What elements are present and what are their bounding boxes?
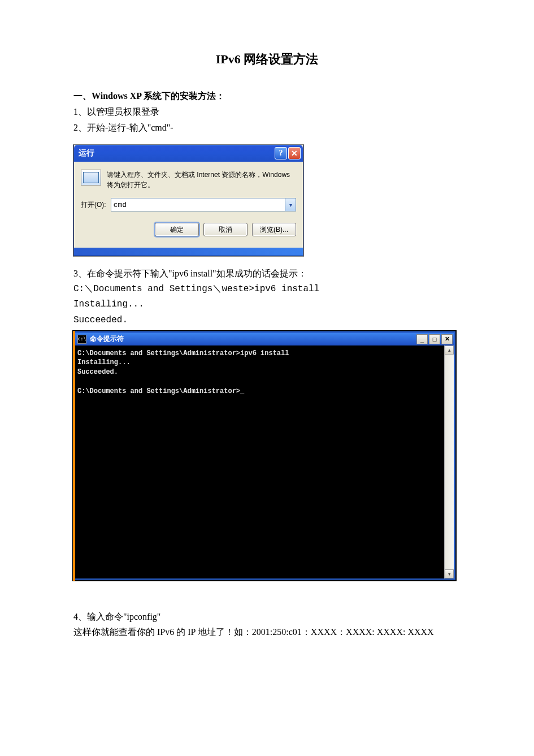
open-input[interactable]	[111, 198, 285, 211]
step-1: 1、以管理员权限登录	[73, 105, 461, 119]
help-button[interactable]: ?	[275, 147, 287, 159]
section-heading-xp: 一、Windows XP 系统下的安装方法：	[73, 90, 461, 102]
cmd-titlebar[interactable]: c:\ 命令提示符 _ □ ✕	[75, 333, 454, 345]
command-prompt-window: c:\ 命令提示符 _ □ ✕ C:\Documents and Setting…	[73, 331, 461, 580]
step-3-output-2: Installing...	[73, 297, 461, 312]
scroll-up-icon[interactable]: ▴	[445, 345, 454, 355]
run-dialog: 运行 ? ✕ 请键入程序、文件夹、文档或 Internet 资源的名称，Wind…	[73, 145, 303, 256]
step-3-output-3: Succeeded.	[73, 313, 461, 328]
step-3: 3、在命令提示符下输入"ipv6 install"如果成功的话会提示：	[73, 266, 461, 281]
cmd-window-icon: c:\	[77, 335, 86, 344]
chevron-down-icon[interactable]: ▾	[285, 198, 296, 211]
cmd-scrollbar[interactable]: ▴ ▾	[444, 345, 454, 578]
minimize-button[interactable]: _	[416, 334, 428, 344]
step-4b: 这样你就能查看你的 IPv6 的 IP 地址了！如：2001:250:c01：X…	[73, 625, 461, 640]
document-title: IPv6 网络设置方法	[73, 51, 461, 68]
step-4a: 4、输入命令"ipconfig"	[73, 610, 461, 624]
scroll-track[interactable]	[445, 355, 454, 569]
open-label: 打开(O):	[81, 200, 106, 210]
run-dialog-description: 请键入程序、文件夹、文档或 Internet 资源的名称，Windows 将为您…	[107, 170, 296, 190]
step-3-output-1: C:＼Documents and Settings＼weste>ipv6 ins…	[73, 282, 461, 297]
run-dialog-title: 运行	[79, 148, 273, 158]
scroll-down-icon[interactable]: ▾	[445, 569, 454, 578]
cancel-button[interactable]: 取消	[203, 223, 248, 236]
run-program-icon	[81, 170, 101, 185]
close-button[interactable]: ✕	[288, 147, 301, 159]
cmd-close-button[interactable]: ✕	[441, 334, 453, 344]
run-dialog-titlebar[interactable]: 运行 ? ✕	[74, 145, 303, 162]
open-combobox[interactable]: ▾	[111, 198, 296, 211]
browse-button[interactable]: 浏览(B)...	[252, 223, 296, 236]
cmd-output-area[interactable]: C:\Documents and Settings\Administrator>…	[75, 345, 444, 578]
step-2: 2、开始-运行-输入"cmd"-	[73, 120, 461, 135]
ok-button[interactable]: 确定	[155, 223, 199, 236]
highlight-bar	[73, 331, 75, 581]
run-dialog-footer	[74, 248, 303, 256]
cmd-title: 命令提示符	[90, 334, 415, 344]
maximize-button[interactable]: □	[429, 334, 440, 344]
